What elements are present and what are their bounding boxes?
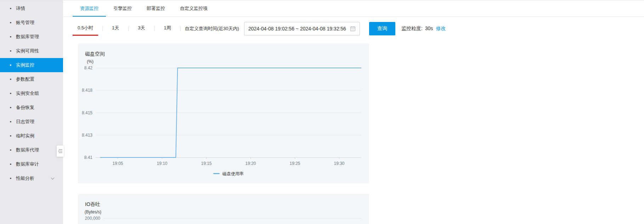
x-tick-label: 19:30 (334, 161, 344, 166)
sidebar-item-数据库代理[interactable]: 数据库代理 (0, 143, 63, 157)
sidebar-item-label: 实例监控 (16, 62, 34, 68)
sidebar-item-数据库管理[interactable]: 数据库管理 (0, 30, 63, 44)
sidebar-item-label: 临时实例 (16, 133, 34, 138)
tab-自定义监控项[interactable]: 自定义监控项 (173, 0, 215, 17)
y-tick-label: 8.42 (84, 65, 93, 70)
chevron-down-icon (51, 176, 55, 180)
sidebar-item-性能分析[interactable]: 性能分析 (0, 171, 63, 185)
date-range-input[interactable]: 2024-04-08 19:02:56 ~ 2024-04-08 19:32:5… (244, 22, 360, 35)
sidebar-item-label: 数据库审计 (16, 161, 39, 167)
granularity-value: 30s (425, 25, 433, 31)
y-tick-label: 8.418 (82, 88, 92, 93)
sidebar-item-label: 日志管理 (16, 119, 34, 124)
legend-item-磁盘使用率[interactable]: 磁盘使用率 (213, 171, 244, 176)
chart-unit: (%) (87, 59, 94, 64)
sidebar-item-数据库审计[interactable]: 数据库审计 (0, 157, 63, 171)
sidebar-item-临时实例[interactable]: 临时实例 (0, 129, 63, 143)
sidebar-item-label: 数据库代理 (16, 147, 39, 153)
toolbar: 0.5小时1天3天1周 自定义查询时间(近30天内) 2024-04-08 19… (73, 22, 644, 36)
granularity: 监控粒度:30s修改 (401, 25, 446, 32)
sidebar-item-实例监控[interactable]: 实例监控 (0, 58, 63, 72)
x-tick-label: 19:15 (201, 161, 211, 166)
sidebar-item-label: 性能分析 (16, 176, 34, 181)
time-range-3天[interactable]: 3天 (133, 22, 150, 36)
date-range-value: 2024-04-08 19:02:56 ~ 2024-04-08 19:32:5… (244, 26, 350, 31)
tab-资源监控[interactable]: 资源监控 (73, 0, 106, 17)
separator (102, 26, 103, 31)
main-content: 资源监控引擎监控部署监控自定义监控项 0.5小时1天3天1周 自定义查询时间(近… (63, 0, 644, 224)
query-button[interactable]: 查询 (369, 22, 395, 35)
sidebar-item-label: 参数配置 (16, 76, 34, 82)
sidebar-item-实例可用性[interactable]: 实例可用性 (0, 44, 63, 58)
svg-text:磁盘使用率: 磁盘使用率 (222, 171, 244, 176)
tab-bar: 资源监控引擎监控部署监控自定义监控项 (63, 0, 644, 17)
custom-range-label: 自定义查询时间(近30天内) (185, 25, 239, 32)
sidebar-item-备份恢复[interactable]: 备份恢复 (0, 100, 63, 115)
time-range-0.5小时[interactable]: 0.5小时 (73, 22, 98, 36)
sidebar-item-label: 详情 (16, 6, 25, 11)
sidebar-item-label: 数据库管理 (16, 34, 39, 39)
chart-title: 磁盘空间 (85, 51, 105, 57)
sidebar-item-label: 实例可用性 (16, 48, 39, 53)
tab-部署监控[interactable]: 部署监控 (139, 0, 173, 17)
sidebar-menu: 详情账号管理数据库管理实例可用性实例监控参数配置实例安全组备份恢复日志管理临时实… (0, 1, 63, 185)
chart-title: IO吞吐 (85, 201, 100, 207)
x-tick-label: 19:05 (112, 161, 123, 166)
sidebar-item-账号管理[interactable]: 账号管理 (0, 16, 63, 30)
sidebar-item-日志管理[interactable]: 日志管理 (0, 115, 63, 129)
chart-unit: (Bytes/s) (85, 209, 101, 214)
chart-panel-磁盘空间: 磁盘空间(%)8.418.4138.4158.4188.4219:0519:10… (78, 44, 369, 183)
calendar-icon[interactable] (350, 26, 356, 31)
tab-引擎监控[interactable]: 引擎监控 (106, 0, 139, 17)
sidebar-item-详情[interactable]: 详情 (0, 1, 63, 16)
time-range-1天[interactable]: 1天 (107, 22, 124, 36)
time-range-1周[interactable]: 1周 (159, 22, 176, 36)
modify-granularity-link[interactable]: 修改 (436, 25, 446, 31)
y-tick-label: 8.41 (84, 155, 93, 160)
separator (154, 26, 155, 31)
granularity-label: 监控粒度: (401, 25, 423, 31)
separator (180, 26, 181, 31)
sidebar-item-label: 实例安全组 (16, 91, 39, 96)
y-tick-label: 8.413 (82, 133, 92, 138)
x-tick-label: 19:10 (157, 161, 167, 166)
page: 详情账号管理数据库管理实例可用性实例监控参数配置实例安全组备份恢复日志管理临时实… (0, 0, 644, 224)
y-tick-label: 8.415 (82, 110, 92, 115)
collapse-sidebar-button[interactable] (57, 145, 64, 157)
sidebar-item-label: 账号管理 (16, 20, 34, 25)
collapse-sidebar-icon (58, 149, 63, 153)
sidebar-item-实例安全组[interactable]: 实例安全组 (0, 86, 63, 100)
sidebar-item-label: 备份恢复 (16, 105, 34, 110)
chart-panel-IO吞吐: IO吞吐(Bytes/s)050,000100,000150,000200,00… (78, 194, 369, 224)
charts-grid: 磁盘空间(%)8.418.4138.4158.4188.4219:0519:10… (63, 36, 644, 224)
x-tick-label: 19:25 (289, 161, 300, 166)
separator (128, 26, 129, 31)
sidebar-item-参数配置[interactable]: 参数配置 (0, 72, 63, 86)
y-tick-label: 200,000 (85, 216, 101, 221)
sidebar: 详情账号管理数据库管理实例可用性实例监控参数配置实例安全组备份恢复日志管理临时实… (0, 0, 63, 224)
x-tick-label: 19:20 (245, 161, 256, 166)
time-range-group: 0.5小时1天3天1周 (73, 22, 185, 36)
